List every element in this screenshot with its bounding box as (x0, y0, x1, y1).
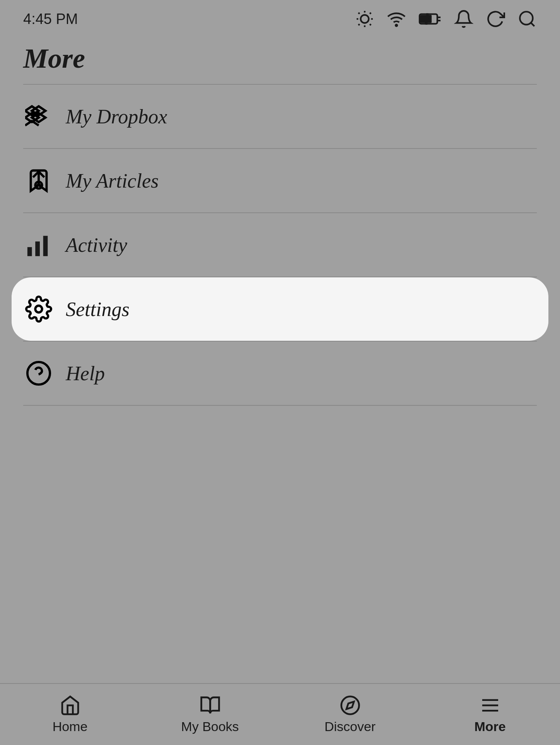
menu-item-dropbox-label: My Dropbox (66, 105, 167, 128)
menu-list: My Dropbox My Articles Activity (0, 85, 560, 406)
more-menu-icon (480, 695, 501, 716)
menu-item-dropbox[interactable]: My Dropbox (0, 85, 560, 148)
menu-item-articles[interactable]: My Articles (0, 149, 560, 212)
svg-point-9 (396, 25, 397, 26)
status-icons (355, 9, 537, 29)
svg-marker-25 (346, 702, 353, 709)
svg-rect-20 (43, 236, 48, 256)
nav-label-home: Home (53, 719, 88, 734)
settings-icon (23, 294, 54, 325)
status-bar: 4:45 PM (0, 0, 560, 35)
menu-item-settings-label: Settings (66, 298, 130, 321)
nav-item-home[interactable]: Home (0, 695, 140, 734)
page-title-container: More (0, 35, 560, 84)
svg-line-8 (370, 13, 371, 14)
search-icon[interactable] (517, 9, 537, 29)
divider-5 (23, 405, 537, 406)
discover-icon (340, 695, 361, 716)
page-title: More (23, 43, 537, 75)
dropbox-icon (23, 101, 54, 132)
svg-line-3 (359, 13, 360, 14)
nav-item-mybooks[interactable]: My Books (140, 695, 280, 734)
nav-label-more: More (474, 719, 505, 734)
menu-item-settings[interactable]: Settings (12, 277, 548, 341)
svg-point-24 (341, 697, 359, 714)
svg-rect-19 (35, 241, 40, 256)
svg-line-16 (531, 23, 534, 26)
nav-label-mybooks: My Books (181, 719, 239, 734)
svg-point-0 (361, 15, 369, 23)
wifi-icon (387, 9, 406, 29)
sync-icon (486, 9, 505, 29)
svg-line-7 (359, 24, 360, 25)
bottom-nav: Home My Books Discover (0, 683, 560, 745)
menu-item-help-label: Help (66, 362, 105, 385)
svg-line-14 (426, 13, 428, 24)
svg-line-4 (370, 24, 371, 25)
menu-item-articles-label: My Articles (66, 169, 159, 192)
notifications-icon (454, 9, 473, 29)
brightness-icon (355, 9, 374, 29)
svg-point-15 (520, 12, 533, 24)
home-icon (60, 695, 81, 716)
menu-item-activity-label: Activity (66, 234, 127, 256)
help-icon (23, 358, 54, 389)
status-time: 4:45 PM (23, 11, 78, 27)
svg-point-21 (35, 306, 42, 313)
articles-icon (23, 165, 54, 196)
nav-item-discover[interactable]: Discover (280, 695, 420, 734)
activity-icon (23, 229, 54, 260)
svg-rect-18 (27, 247, 32, 256)
menu-item-help[interactable]: Help (0, 342, 560, 405)
mybooks-icon (200, 695, 221, 716)
nav-item-more[interactable]: More (420, 695, 560, 734)
battery-icon (418, 9, 442, 29)
menu-item-activity[interactable]: Activity (0, 213, 560, 277)
nav-label-discover: Discover (324, 719, 376, 734)
